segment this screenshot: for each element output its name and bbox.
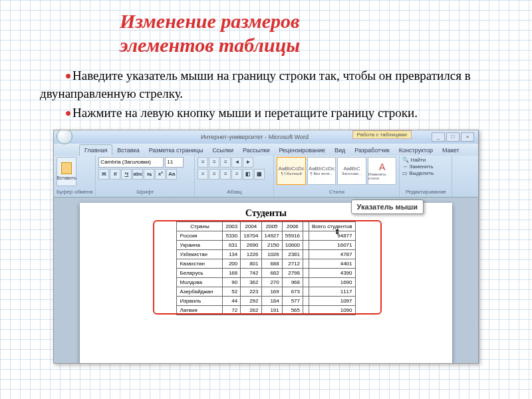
ribbon-tab[interactable]: Вид [330,145,350,156]
clipboard-icon [61,162,72,174]
case-button[interactable]: Aa [166,169,177,180]
group-edit: 🔍 Найти ↔ Заменить ▭ Выделить Редактиров… [400,156,452,197]
find-button[interactable]: 🔍 Найти [402,157,449,163]
replace-button[interactable]: ↔ Заменить [402,164,449,170]
group-styles: AaBbCcDc¶ ОбычныйAaBbCcDc¶ Без инте...Aa… [274,156,400,197]
align-left-button[interactable]: ≡ [198,169,208,180]
font-name-select[interactable] [98,157,164,168]
sub-button[interactable]: x₂ [144,169,154,180]
ribbon-tab[interactable]: Главная [79,144,112,156]
ribbon-tab[interactable]: Разработчик [350,145,394,156]
window-titlebar: Интернет-университет - Microsoft Word _ … [54,130,478,144]
word-screenshot: Работа с таблицами Интернет-университет … [53,130,479,364]
align-right-button[interactable]: ≡ [220,169,231,180]
close-button[interactable]: × [461,132,474,142]
contextual-tab-label: Работа с таблицами [352,130,412,139]
ribbon-tab[interactable]: Рецензирование [274,145,330,156]
slide-body: •Наведите указатель мыши на границу стро… [0,57,532,123]
ribbon-tabs: ГлавнаяВставкаРазметка страницыСсылкиРас… [54,144,478,156]
font-size-select[interactable] [165,157,184,168]
style-item[interactable]: AaBbCcDc¶ Обычный [277,157,306,185]
select-button[interactable]: ▭ Выделить [402,170,449,176]
align-center-button[interactable]: ≡ [209,169,219,180]
list-button[interactable]: ≡ [198,157,208,168]
group-paragraph: ≡ ≡ ≡ ◄ ► ≡ ≡ ≡ ≡ ◧ ▦ Абзац [195,156,274,197]
bullet-icon: • [65,104,71,123]
change-styles-button[interactable]: AИзменить стили [368,157,397,185]
italic-button[interactable]: К [110,169,120,180]
ribbon-tab[interactable]: Рассылки [238,145,274,156]
style-item[interactable]: AaBbCcDc¶ Без инте... [307,157,336,185]
ribbon-tab[interactable]: Конструктор [394,145,438,156]
group-font: Ж К Ч abc x₂ x² Aa Шрифт [96,156,195,197]
minimize-button[interactable]: _ [432,132,445,142]
sup-button[interactable]: x² [155,169,166,180]
callout-pointer: Указатель мыши [351,200,424,214]
strike-button[interactable]: abc [132,169,143,180]
bold-button[interactable]: Ж [98,169,109,180]
document-area: Студенты ⇕ Страны2003200420052006Всего с… [54,198,478,364]
maximize-button[interactable]: □ [446,132,460,142]
multilist-button[interactable]: ≡ [220,157,231,168]
ribbon-tab[interactable]: Ссылки [207,145,238,156]
numlist-button[interactable]: ≡ [209,157,219,168]
underline-button[interactable]: Ч [121,169,132,180]
border-button[interactable]: ▦ [254,169,265,180]
shading-button[interactable]: ◧ [243,169,253,180]
table-selection-outline [153,220,382,315]
ribbon-tab[interactable]: Вставка [112,145,144,156]
paste-button[interactable]: Вставить [57,157,76,186]
slide-title: Изменение размеров элементов таблицы [0,0,532,57]
office-button[interactable] [57,130,72,144]
indent-dec-button[interactable]: ◄ [231,157,242,168]
indent-inc-button[interactable]: ► [243,157,253,168]
align-justify-button[interactable]: ≡ [231,169,242,180]
resize-cursor-icon: ⇕ [334,228,340,235]
bullet-icon: • [65,66,71,86]
page: Студенты ⇕ Страны2003200420052006Всего с… [80,203,452,364]
style-item[interactable]: AaBbCЗаголово... [337,157,366,185]
ribbon-tab[interactable]: Макет [438,145,464,156]
group-clipboard: Вставить Буфер обмена [54,156,96,197]
ribbon-tab[interactable]: Разметка страницы [144,145,208,156]
ribbon: Вставить Буфер обмена Ж К Ч abc x₂ [54,156,478,198]
